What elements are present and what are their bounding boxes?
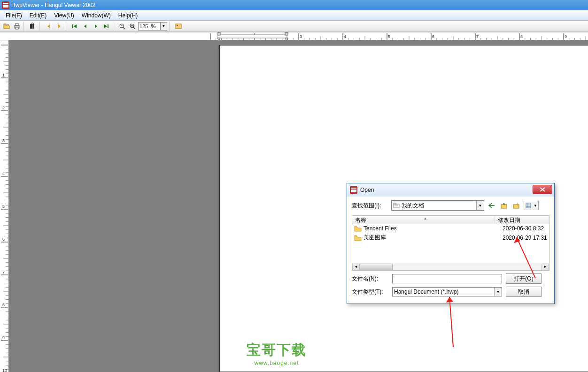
new-folder-button[interactable] xyxy=(511,201,521,210)
lookin-combo[interactable]: 我的文档 ▼ xyxy=(391,200,484,211)
find-button[interactable] xyxy=(28,22,38,31)
svg-rect-257 xyxy=(513,205,519,208)
svg-rect-6 xyxy=(72,24,73,28)
menu-edit[interactable]: Edit(E) xyxy=(26,11,51,20)
svg-text:4: 4 xyxy=(2,171,5,176)
svg-rect-143 xyxy=(217,32,220,35)
svg-rect-1 xyxy=(15,23,18,25)
svg-text:3: 3 xyxy=(300,34,302,39)
menu-help[interactable]: Help(H) xyxy=(115,11,141,20)
toolbar-sep xyxy=(39,22,42,31)
svg-text:9: 9 xyxy=(565,34,567,39)
tool-button[interactable] xyxy=(174,22,183,31)
print-button[interactable] xyxy=(12,22,22,31)
toolbar: ▼ xyxy=(0,21,588,32)
folder-icon xyxy=(393,202,400,209)
dialog-title: Open xyxy=(360,187,374,193)
file-date: 2020-06-30 8:32 xyxy=(503,225,547,232)
app-icon xyxy=(2,1,9,9)
nav-prev-button[interactable] xyxy=(44,22,54,31)
sort-arrow-icon: ▲ xyxy=(424,216,427,220)
svg-text:5: 5 xyxy=(388,34,390,39)
dialog-titlebar[interactable]: Open xyxy=(347,183,554,197)
toolbar-sep xyxy=(23,22,26,31)
svg-text:10: 10 xyxy=(2,368,7,372)
zoom-in-button[interactable] xyxy=(128,22,137,31)
open-button[interactable]: 打开(O) xyxy=(506,273,542,284)
filetype-combo[interactable]: Hangul Document (*.hwp) ▼ xyxy=(392,287,502,296)
open-button[interactable] xyxy=(2,22,11,31)
last-page-button[interactable] xyxy=(101,22,111,31)
prev-page-button[interactable] xyxy=(81,22,90,31)
svg-rect-16 xyxy=(177,25,178,26)
scroll-track[interactable] xyxy=(360,264,542,270)
svg-text:7: 7 xyxy=(476,34,479,39)
svg-rect-144 xyxy=(285,32,288,35)
zoom-combo[interactable]: ▼ xyxy=(138,22,167,30)
svg-line-9 xyxy=(123,27,125,29)
chevron-down-icon[interactable]: ▼ xyxy=(494,288,502,296)
svg-rect-15 xyxy=(176,24,181,29)
svg-text:3: 3 xyxy=(2,138,5,143)
indent-marker[interactable] xyxy=(217,32,293,40)
svg-line-12 xyxy=(133,27,135,29)
svg-text:4: 4 xyxy=(344,34,346,39)
zoom-dropdown-icon[interactable]: ▼ xyxy=(161,22,167,30)
svg-rect-7 xyxy=(108,24,108,28)
chevron-down-icon[interactable]: ▼ xyxy=(476,201,484,210)
watermark: 宝哥下载 www.baoge.net xyxy=(247,341,307,366)
scroll-right-icon[interactable]: ► xyxy=(542,264,549,270)
next-page-button[interactable] xyxy=(91,22,101,31)
zoom-input[interactable] xyxy=(138,22,161,30)
toolbar-sep xyxy=(169,22,172,31)
column-date[interactable]: 修改日期 xyxy=(495,216,549,224)
menu-window[interactable]: Window(W) xyxy=(78,11,115,20)
list-item[interactable]: 美图图库 2020-06-29 17:31 xyxy=(352,233,549,243)
scroll-thumb[interactable] xyxy=(360,264,393,270)
svg-text:9: 9 xyxy=(2,335,5,340)
svg-rect-253 xyxy=(394,203,396,204)
list-item[interactable]: Tencent Files 2020-06-30 8:32 xyxy=(352,224,549,233)
svg-rect-258 xyxy=(526,203,531,208)
close-button[interactable] xyxy=(533,185,552,194)
file-date: 2020-06-29 17:31 xyxy=(503,235,547,241)
open-dialog: Open 查找范围(I): 我的文档 ▼ ▼ 名称▲ 修改日期 xyxy=(347,183,555,304)
file-name: 美图图库 xyxy=(364,234,503,242)
menu-view[interactable]: View(U) xyxy=(50,11,77,20)
filetype-value: Hangul Document (*.hwp) xyxy=(394,288,458,295)
file-list[interactable]: 名称▲ 修改日期 Tencent Files 2020-06-30 8:32 美… xyxy=(352,215,549,271)
lookin-value: 我的文档 xyxy=(402,202,424,210)
lookin-label: 查找范围(I): xyxy=(352,202,388,210)
column-name[interactable]: 名称▲ xyxy=(352,216,495,224)
folder-icon xyxy=(354,225,362,232)
svg-text:1: 1 xyxy=(2,73,5,77)
filetype-label: 文件类型(T): xyxy=(352,288,388,296)
watermark-text: 宝哥下载 xyxy=(247,341,307,360)
svg-text:8: 8 xyxy=(520,34,523,39)
filename-input[interactable] xyxy=(392,274,502,283)
menubar: File(F) Edit(E) View(U) Window(W) Help(H… xyxy=(0,10,588,21)
view-menu-button[interactable]: ▼ xyxy=(524,201,539,210)
zoom-out-button[interactable] xyxy=(117,22,127,31)
svg-text:6: 6 xyxy=(432,34,434,39)
toolbar-sep xyxy=(66,22,69,31)
folder-icon xyxy=(354,235,362,241)
svg-rect-256 xyxy=(501,205,507,208)
back-button[interactable] xyxy=(487,201,496,210)
horizontal-ruler: 234567891011121314 xyxy=(0,32,588,40)
up-folder-button[interactable] xyxy=(499,201,509,210)
menu-file[interactable]: File(F) xyxy=(2,11,26,20)
dialog-app-icon xyxy=(350,186,357,194)
filename-label: 文件名(N): xyxy=(352,275,388,283)
svg-text:8: 8 xyxy=(2,303,5,307)
window-titlebar: HwpViewer - Hangul Viewer 2002 xyxy=(0,0,588,10)
file-list-header[interactable]: 名称▲ 修改日期 xyxy=(352,216,549,224)
svg-text:5: 5 xyxy=(2,204,5,209)
first-page-button[interactable] xyxy=(70,22,80,31)
scroll-left-icon[interactable]: ◄ xyxy=(352,264,360,270)
vertical-ruler: 1234567891011 xyxy=(0,40,9,372)
watermark-url: www.baoge.net xyxy=(247,360,307,366)
cancel-button[interactable]: 取消 xyxy=(506,287,542,297)
nav-next-button[interactable] xyxy=(54,22,64,31)
horizontal-scrollbar[interactable]: ◄ ► xyxy=(352,263,549,270)
